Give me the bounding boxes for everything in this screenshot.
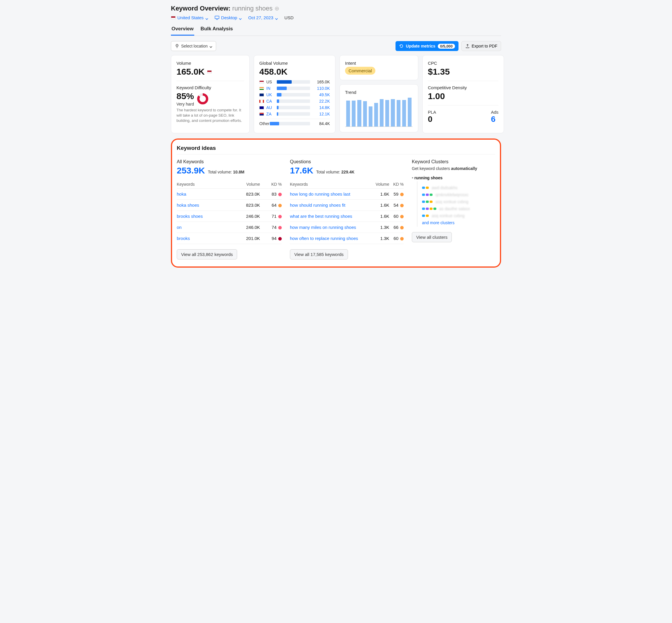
questions-column: Questions 17.6K Total volume: 229.4K Key… [290,159,404,260]
intent-label: Intent [345,61,413,66]
view-all-keywords-button[interactable]: View all 253,862 keywords [177,249,237,260]
cluster-item[interactable]: asq xonkue cxbng [422,199,495,204]
volume-value: 165.0K [176,67,244,77]
intent-card: Intent Commercial [339,55,418,80]
keyword-link[interactable]: how many miles on running shoes [290,225,356,230]
refresh-icon [399,44,404,49]
flag-in-icon [259,87,264,90]
all-keywords-count[interactable]: 253.9K [177,166,205,176]
clusters-column: Keyword Clusters Get keyword clusters au… [412,159,495,260]
chevron-down-icon [275,16,278,19]
cluster-item[interactable]: as dauthe salasx [422,206,495,211]
table-row: what are the best running shoes 1.6K 60 [290,211,404,222]
global-volume-card: Global Volume 458.0K US 165.0K IN 110.0K… [254,55,335,133]
keyword-link[interactable]: brooks [177,236,190,241]
keyword-link[interactable]: on [177,225,182,230]
kd-percent: 85% [176,91,194,101]
global-volume-row[interactable]: UK 49.5K [259,92,330,97]
table-row: hoka shoes 823.0K 64 [177,200,282,211]
trend-chart [345,98,413,127]
table-row: brooks shoes 246.0K 71 [177,211,282,222]
flag-uk-icon [259,93,264,96]
cluster-chips-icon [422,201,432,203]
cpc-value: $1.35 [428,67,499,77]
keyword-link[interactable]: how should running shoes fit [290,203,345,208]
keyword-link[interactable]: hoka shoes [177,203,199,208]
cluster-chips-icon [422,186,429,189]
table-row: hoka 823.0K 83 [177,189,282,200]
cluster-chips-icon [422,214,429,217]
volume-card: Volume 165.0K Keyword Difficulty 85% Ver… [171,55,250,133]
tab-bulk-analysis[interactable]: Bulk Analysis [200,24,234,36]
global-volume-other-row: Other 84.4K [259,121,330,126]
table-row: brooks 201.0K 94 [177,233,282,244]
view-all-clusters-button[interactable]: View all clusters [412,232,452,242]
export-icon [465,44,470,49]
volume-label: Volume [176,61,244,66]
global-volume-value: 458.0K [259,67,330,77]
country-filter[interactable]: United States [171,15,208,20]
keyword-link[interactable]: what are the best running shoes [290,214,352,219]
view-all-questions-button[interactable]: View all 17,585 keywords [290,249,348,260]
table-row: on 246.0K 74 [177,222,282,233]
export-pdf-button[interactable]: Export to PDF [461,41,501,51]
cluster-root: running shoes [412,176,495,180]
flag-us-icon [259,81,264,84]
flag-ca-icon [259,100,264,103]
table-row: how should running shoes fit 1.6K 54 [290,200,404,211]
density-label: Competitive Density [428,85,499,90]
table-row: how often to replace running shoes 1.3K … [290,233,404,244]
global-volume-row[interactable]: US 165.0K [259,80,330,84]
kd-level: Very hard [176,102,194,107]
update-count-badge: 0/5,000 [438,44,455,49]
cluster-chips-icon [422,208,436,210]
all-keywords-column: All Keywords 253.9K Total volume: 10.8M … [177,159,282,260]
svg-rect-0 [215,16,219,19]
chevron-down-icon [209,44,212,48]
cluster-item[interactable]: asq xonkue cxbng [422,213,495,218]
update-metrics-button[interactable]: Update metrics 0/5,000 [395,41,459,51]
keyword-link[interactable]: hoka [177,191,186,197]
page-title: Keyword Overview: running shoes ⊕ [171,3,501,14]
questions-count[interactable]: 17.6K [290,166,313,176]
ads-link[interactable]: 6 [491,115,499,124]
global-volume-row[interactable]: IN 110.0K [259,86,330,91]
cpc-label: CPC [428,61,499,66]
tabs: Overview Bulk Analysis [171,24,501,36]
global-volume-row[interactable]: ZA 12.1K [259,112,330,116]
flag-au-icon [259,106,264,109]
keyword-ideas-section: Keyword ideas All Keywords 253.9K Total … [171,139,501,268]
keyword-ideas-title: Keyword ideas [177,143,495,154]
intent-value: Commercial [345,67,375,75]
select-location-dropdown[interactable]: Select location [171,41,216,51]
keyword-link[interactable]: brooks shoes [177,214,203,219]
flag-za-icon [259,113,264,116]
flag-us-icon [171,16,175,19]
global-volume-label: Global Volume [259,61,330,66]
cluster-item[interactable]: awd dsdsakhs [422,185,495,190]
ads-block: Ads 6 [491,110,499,124]
table-row: how many miles on running shoes 1.3K 66 [290,222,404,233]
global-volume-row[interactable]: CA 22.2K [259,99,330,103]
tab-overview[interactable]: Overview [171,24,194,36]
device-filter[interactable]: Desktop [215,15,242,20]
keyword-name: running shoes [232,5,273,12]
keyword-link[interactable]: how often to replace running shoes [290,236,358,241]
svg-point-2 [177,45,178,46]
trend-card: Trend [339,84,418,132]
trend-label: Trend [345,90,413,95]
date-filter[interactable]: Oct 27, 2023 [248,15,278,20]
add-keyword-icon[interactable]: ⊕ [275,5,279,12]
kd-label: Keyword Difficulty [176,85,244,90]
pla-block: PLA 0 [428,110,436,124]
currency-label: USD [284,15,294,20]
more-clusters-link[interactable]: and more clusters [422,220,495,225]
chevron-down-icon [205,16,208,19]
keyword-link[interactable]: how long do running shoes last [290,191,350,197]
cpc-card: CPC $1.35 Competitive Density 1.00 PLA 0… [422,55,504,133]
pin-icon [175,44,179,49]
cluster-item[interactable]: qmknvklelwqrosxc [422,192,495,197]
kd-description: The hardest keyword to compete for. It w… [176,108,244,124]
flag-us-icon [207,70,212,73]
global-volume-row[interactable]: AU 14.8K [259,105,330,110]
